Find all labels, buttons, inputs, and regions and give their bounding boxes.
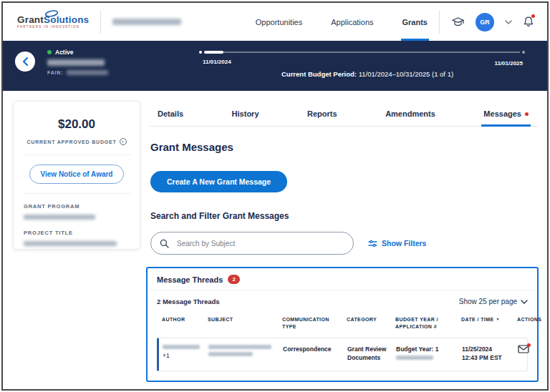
col-communication-type: COMMUNICATION TYPE: [282, 316, 342, 330]
notification-dot: [531, 14, 535, 18]
grant-tabs: Details History Reports Amendments Messa…: [149, 101, 539, 127]
divider: [148, 290, 537, 290]
col-budget-year: BUDGET YEAR / APPLICATION #: [395, 316, 457, 330]
chevron-down-icon: [521, 300, 528, 304]
col-date-time-label: DATE / TIME: [461, 316, 494, 323]
grantsolutions-logo[interactable]: GrantSolutions PARTNERS IN INNOVATION: [17, 15, 89, 29]
create-grant-message-button[interactable]: Create A New Grant Message: [150, 171, 287, 192]
chevron-down-icon[interactable]: [505, 20, 512, 24]
back-button[interactable]: [15, 52, 35, 72]
cell-communication-type: Correspondence: [283, 345, 343, 363]
approved-budget-label: CURRENT APPROVED BUDGET: [26, 139, 116, 144]
col-actions: ACTIONS: [517, 316, 541, 330]
threads-table-header: AUTHOR SUBJECT COMMUNICATION TYPE CATEGO…: [157, 316, 528, 330]
sort-desc-icon: ▼: [496, 316, 500, 323]
tab-history[interactable]: History: [232, 101, 259, 126]
search-section-title: Search and Filter Grant Messages: [150, 211, 539, 221]
search-box[interactable]: [150, 232, 354, 255]
budget-period-label: Current Budget Period:: [281, 70, 357, 78]
results-count-row: 2 Message Threads Show 25 per page: [157, 298, 528, 305]
grant-program-label: GRANT PROGRAM: [24, 203, 130, 210]
tab-messages-label: Messages: [483, 109, 521, 118]
notifications-bell-icon[interactable]: [523, 16, 534, 28]
timeline-start-dot: [199, 51, 202, 54]
search-input[interactable]: [175, 239, 344, 248]
per-page-selector[interactable]: Show 25 per page: [459, 298, 528, 305]
learning-cap-icon[interactable]: [451, 16, 465, 28]
blurred-fain-value: [67, 70, 108, 75]
show-filters-button[interactable]: Show Filters: [368, 239, 426, 248]
tab-amendments[interactable]: Amendments: [385, 101, 435, 126]
logo-swoosh-icon: [44, 10, 59, 17]
col-date-time-sort[interactable]: DATE / TIME ▼: [461, 316, 513, 330]
grant-status: Active: [47, 49, 108, 56]
author-extra-count: +1: [163, 351, 204, 360]
threads-count: 2 Message Threads: [157, 298, 220, 305]
blurred-application-number: [396, 356, 433, 360]
category-line1: Grant Review: [347, 345, 392, 353]
budget-period-value: 11/01/2024–10/31/2025 (1 of 1): [359, 70, 453, 78]
timeline-start-date: 11/01/2024: [203, 59, 231, 65]
unread-mail-icon[interactable]: [518, 345, 529, 353]
fain-label: FAIN:: [47, 70, 63, 75]
blurred-subject-line1: [208, 345, 271, 349]
divider: [22, 155, 131, 155]
message-threads-panel: Message Threads 2 2 Message Threads Show…: [146, 267, 539, 382]
divider: [439, 11, 440, 34]
timeline-end-dot: [522, 51, 525, 54]
blurred-grant-title: [47, 59, 105, 66]
cell-category: Grant Review Documents: [347, 345, 392, 363]
cell-subject: [208, 345, 279, 363]
col-subject: SUBJECT: [208, 316, 278, 330]
logo-grant: Grant: [17, 14, 44, 25]
timeline-track: [204, 52, 520, 53]
view-notice-of-award-button[interactable]: View Notice of Award: [29, 165, 125, 184]
message-thread-row[interactable]: +1 Correspondence Grant Review Documents…: [157, 338, 528, 372]
message-threads-title: Message Threads: [157, 275, 223, 284]
unread-mail-dot: [527, 343, 531, 347]
search-filter-row: Show Filters: [149, 232, 539, 255]
project-title-label: PROJECT TITLE: [24, 230, 130, 236]
header-actions: GR: [451, 13, 534, 31]
col-author: AUTHOR: [162, 316, 203, 330]
unread-indicator-dot: [525, 112, 529, 116]
status-label: Active: [55, 49, 74, 56]
cell-date-time: 11/25/2024 12:43 PM EST: [462, 345, 513, 363]
logo-text: GrantSolutions: [17, 15, 89, 25]
tab-reports[interactable]: Reports: [307, 101, 337, 126]
unread-count-badge: 2: [228, 275, 240, 284]
col-category: CATEGORY: [347, 316, 391, 330]
page-title: Grant Messages: [150, 141, 539, 153]
budget-year-value: Budget Year: 1: [396, 345, 458, 353]
top-navigation-bar: GrantSolutions PARTNERS IN INNOVATION Op…: [3, 3, 547, 41]
blurred-grant-program-value: [24, 215, 95, 220]
info-icon[interactable]: i: [120, 138, 127, 145]
nav-item-applications[interactable]: Applications: [331, 3, 373, 41]
search-icon: [160, 239, 169, 248]
blurred-project-title-value: [24, 241, 117, 246]
active-status-dot: [47, 50, 52, 54]
fain-row: FAIN:: [47, 70, 108, 75]
approved-budget-amount: $20.00: [24, 117, 130, 132]
timeline-progress: [204, 51, 223, 54]
nav-item-opportunities[interactable]: Opportunities: [256, 3, 302, 41]
blurred-author-name: [163, 345, 200, 349]
tab-messages[interactable]: Messages: [483, 101, 529, 126]
cell-author: +1: [163, 345, 204, 363]
grant-summary: Active FAIN:: [47, 49, 108, 75]
message-date: 11/25/2024: [462, 345, 513, 353]
primary-nav: Opportunities Applications Grants: [256, 3, 428, 41]
budget-period-timeline: 11/01/2024 11/01/2025 Current Budget Per…: [204, 52, 520, 53]
panel-title-row: Message Threads 2: [157, 275, 528, 284]
page-content: $20.00 CURRENT APPROVED BUDGET i View No…: [3, 91, 547, 382]
cell-actions: [518, 345, 529, 363]
grant-detail-main: Details History Reports Amendments Messa…: [149, 101, 539, 382]
per-page-label: Show 25 per page: [459, 298, 517, 305]
tab-details[interactable]: Details: [158, 101, 183, 126]
timeline-end-date: 11/01/2025: [494, 60, 523, 67]
message-time: 12:43 PM EST: [462, 353, 513, 362]
blurred-organization-name: [112, 19, 181, 25]
nav-item-grants[interactable]: Grants: [402, 3, 428, 41]
user-avatar[interactable]: GR: [476, 13, 494, 31]
divider: [100, 11, 101, 34]
